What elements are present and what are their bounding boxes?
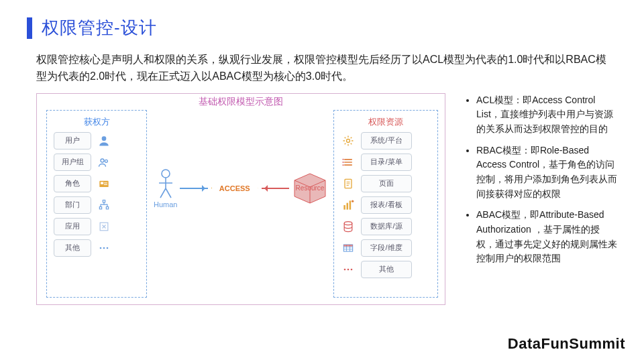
list-item: 目录/菜单 — [341, 154, 431, 171]
list-item: 角色 — [54, 175, 140, 192]
chip-database: 数据库/源 — [361, 218, 412, 235]
page-icon — [341, 176, 356, 191]
access-hexagon: ACCESS — [211, 168, 259, 209]
bullet-rbac: RBAC模型：即Role-Based Access Control，基于角色的访… — [476, 143, 617, 202]
human-label: Human — [154, 200, 177, 208]
svg-rect-23 — [350, 200, 352, 209]
svg-point-12 — [103, 247, 105, 249]
gear-icon — [341, 133, 356, 148]
svg-rect-4 — [101, 182, 103, 184]
chip-other-right: 其他 — [361, 261, 412, 278]
human-figure: Human — [154, 168, 177, 208]
list-item: 部门 — [54, 196, 140, 214]
svg-point-29 — [347, 268, 350, 270]
list-item: 报表/看板 — [341, 196, 431, 214]
list-item: 数据库/源 — [341, 218, 431, 235]
permission-diagram: 基础权限模型示意图 获权方 用户 用户组 角色 部门 应用 — [36, 93, 445, 305]
more-icon — [341, 262, 356, 277]
svg-point-13 — [107, 247, 109, 249]
svg-rect-21 — [343, 205, 345, 210]
group-icon — [97, 155, 111, 170]
svg-rect-27 — [343, 245, 352, 247]
svg-point-1 — [101, 159, 104, 162]
chip-field: 字段/维度 — [361, 239, 412, 257]
more-icon — [97, 241, 111, 255]
grantee-panel: 获权方 用户 用户组 角色 部门 应用 其他 — [46, 110, 147, 298]
slide-title: 权限管控-设计 — [42, 16, 157, 40]
svg-point-18 — [343, 162, 344, 163]
diagram-center: Human ACCESS Resource — [154, 168, 328, 209]
svg-rect-9 — [106, 206, 108, 208]
slide-title-bar: 权限管控-设计 — [0, 0, 644, 40]
resource-label: Resource — [296, 184, 325, 192]
list-item: 用户组 — [54, 154, 140, 171]
chip-other-left: 其他 — [54, 239, 91, 257]
list-item: 其他 — [341, 261, 431, 278]
svg-point-19 — [343, 164, 344, 166]
list-item: 应用 — [54, 218, 140, 235]
svg-rect-6 — [104, 184, 107, 184]
svg-point-0 — [102, 136, 107, 141]
svg-point-2 — [105, 160, 107, 162]
chip-catalog: 目录/菜单 — [361, 154, 412, 171]
list-item: 用户 — [54, 132, 140, 149]
svg-rect-22 — [347, 202, 349, 209]
bullet-abac: ABAC模型，即Attribute-Based Authorization ，基… — [476, 208, 617, 266]
svg-point-25 — [344, 221, 352, 225]
chip-system: 系统/平台 — [361, 132, 412, 149]
svg-rect-7 — [103, 200, 105, 202]
list-item: 字段/维度 — [341, 239, 431, 257]
footer-brand: DataFunSummit — [508, 335, 625, 353]
resource-panel: 权限资源 系统/平台 目录/菜单 页面 报表/看板 数据库/源 — [333, 110, 438, 298]
svg-rect-8 — [99, 206, 101, 208]
grantee-panel-title: 获权方 — [54, 116, 140, 128]
arrow-resource-to-access — [262, 188, 289, 189]
arrow-human-to-access — [180, 188, 207, 189]
title-accent-mark — [27, 17, 32, 39]
chip-role: 角色 — [54, 175, 91, 192]
svg-point-17 — [343, 158, 344, 160]
model-descriptions: ACL模型：即Access Control List，直接维护列表中用户与资源的… — [462, 93, 617, 305]
svg-point-16 — [347, 139, 350, 142]
app-icon — [97, 219, 111, 234]
svg-point-24 — [352, 200, 354, 202]
org-icon — [97, 198, 111, 213]
svg-point-28 — [344, 268, 346, 270]
chart-icon — [341, 198, 356, 213]
chip-page: 页面 — [361, 175, 412, 192]
chip-app: 应用 — [54, 218, 91, 235]
menu-icon — [341, 155, 356, 170]
intro-paragraph: 权限管控核心是声明人和权限的关系，纵观行业发展，权限管控模型先后经历了以ACL模… — [0, 40, 644, 93]
resource-panel-title: 权限资源 — [341, 116, 431, 128]
list-item: 其他 — [54, 239, 140, 257]
svg-rect-5 — [104, 182, 107, 183]
list-item: 页面 — [341, 175, 431, 192]
chip-user: 用户 — [54, 132, 91, 149]
badge-icon — [97, 176, 111, 191]
main-content-row: 基础权限模型示意图 获权方 用户 用户组 角色 部门 应用 — [0, 93, 644, 305]
svg-point-30 — [351, 268, 353, 270]
chip-dept: 部门 — [54, 196, 91, 214]
chip-usergroup: 用户组 — [54, 154, 91, 171]
database-icon — [341, 219, 356, 234]
grid-icon — [341, 241, 356, 255]
svg-point-14 — [162, 170, 170, 178]
svg-point-11 — [100, 247, 102, 249]
bullet-acl: ACL模型：即Access Control List，直接维护列表中用户与资源的… — [476, 93, 617, 137]
list-item: 系统/平台 — [341, 132, 431, 149]
chip-report: 报表/看板 — [361, 196, 412, 214]
user-icon — [97, 133, 111, 148]
diagram-title: 基础权限模型示意图 — [37, 96, 445, 108]
resource-cube: Resource — [292, 172, 328, 204]
